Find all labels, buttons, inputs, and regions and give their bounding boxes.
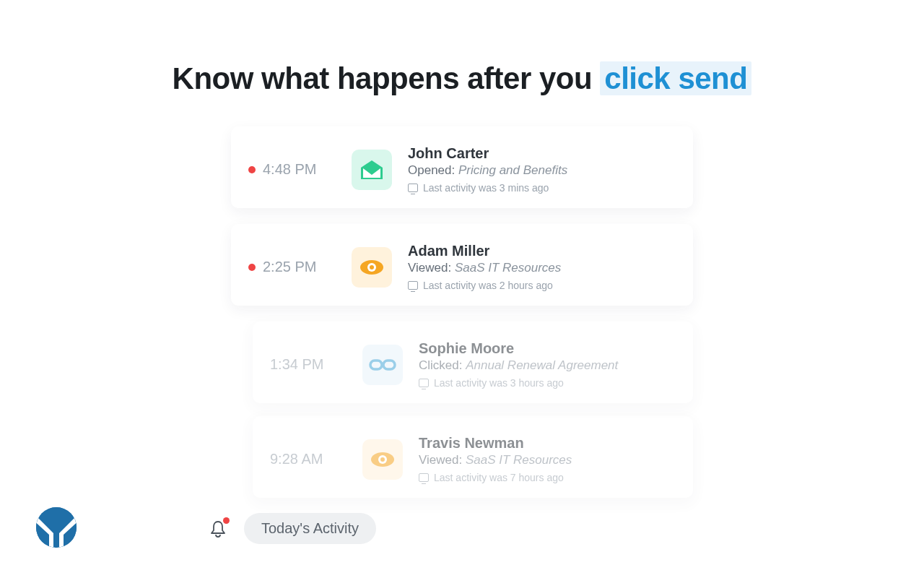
- today-activity-pill[interactable]: Today's Activity: [244, 513, 376, 544]
- monitor-icon: [408, 281, 418, 290]
- footer-row: Today's Activity: [208, 513, 376, 544]
- last-activity: Last activity was 7 hours ago: [419, 472, 676, 483]
- action-line: Opened: Pricing and Benefits: [408, 163, 676, 178]
- action-line: Viewed: SaaS IT Resources: [419, 453, 676, 467]
- activity-body: John Carter Opened: Pricing and Benefits…: [408, 145, 676, 194]
- last-activity-text: Last activity was 2 hours ago: [423, 280, 553, 291]
- notification-bell-icon[interactable]: [208, 519, 228, 539]
- action-line: Viewed: SaaS IT Resources: [408, 261, 676, 275]
- activity-body: Travis Newman Viewed: SaaS IT Resources …: [419, 435, 676, 483]
- page-title: Know what happens after you click send: [0, 61, 924, 96]
- last-activity: Last activity was 3 hours ago: [419, 377, 676, 389]
- action-subject: Pricing and Benefits: [458, 163, 567, 177]
- activity-card[interactable]: 9:28 AM Travis Newman Viewed: SaaS IT Re…: [253, 416, 693, 498]
- monitor-icon: [419, 379, 429, 387]
- last-activity: Last activity was 3 mins ago: [408, 182, 676, 194]
- time-column: 4:48 PM: [248, 161, 346, 178]
- activity-card[interactable]: 2:25 PM Adam Miller Viewed: SaaS IT Reso…: [231, 224, 693, 306]
- svg-rect-3: [370, 361, 382, 369]
- time-column: 2:25 PM: [248, 259, 346, 275]
- action-verb: Opened:: [408, 163, 455, 177]
- svg-point-7: [380, 457, 385, 462]
- action-line: Clicked: Annual Renewal Agreement: [419, 358, 676, 373]
- contact-name: John Carter: [408, 145, 676, 162]
- monitor-icon: [419, 473, 429, 482]
- action-verb: Clicked:: [419, 358, 462, 372]
- activity-card[interactable]: 4:48 PM John Carter Opened: Pricing and …: [231, 126, 693, 208]
- action-subject: Annual Renewal Agreement: [466, 358, 618, 372]
- action-subject: SaaS IT Resources: [455, 261, 561, 275]
- activity-body: Adam Miller Viewed: SaaS IT Resources La…: [408, 243, 676, 291]
- title-highlight: click send: [600, 61, 751, 95]
- notification-dot: [223, 517, 230, 524]
- time-column: 9:28 AM: [270, 451, 357, 467]
- eye-icon: [352, 247, 392, 288]
- contact-name: Adam Miller: [408, 243, 676, 259]
- contact-name: Sophie Moore: [419, 340, 676, 357]
- activity-body: Sophie Moore Clicked: Annual Renewal Agr…: [419, 340, 676, 389]
- unread-dot: [248, 264, 256, 271]
- last-activity-text: Last activity was 7 hours ago: [434, 472, 564, 483]
- envelope-open-icon: [352, 150, 392, 190]
- eye-icon: [362, 439, 403, 480]
- activity-time: 1:34 PM: [270, 356, 323, 373]
- activity-time: 4:48 PM: [263, 161, 316, 178]
- brand-logo-icon: [35, 506, 78, 549]
- activity-card[interactable]: 1:34 PM Sophie Moore Clicked: Annual Ren…: [253, 322, 693, 403]
- svg-point-2: [370, 265, 374, 269]
- link-icon: [362, 345, 403, 385]
- title-prefix: Know what happens after you: [173, 61, 601, 95]
- action-verb: Viewed:: [419, 453, 462, 467]
- action-verb: Viewed:: [408, 261, 451, 275]
- svg-rect-11: [35, 506, 78, 549]
- time-column: 1:34 PM: [270, 356, 357, 373]
- last-activity-text: Last activity was 3 mins ago: [423, 182, 549, 194]
- last-activity: Last activity was 2 hours ago: [408, 280, 676, 291]
- monitor-icon: [408, 184, 418, 192]
- action-subject: SaaS IT Resources: [466, 453, 572, 467]
- contact-name: Travis Newman: [419, 435, 676, 452]
- unread-dot: [248, 166, 256, 173]
- activity-time: 2:25 PM: [263, 259, 316, 275]
- svg-rect-4: [383, 361, 395, 369]
- activity-feed: 4:48 PM John Carter Opened: Pricing and …: [231, 126, 693, 511]
- activity-time: 9:28 AM: [270, 451, 323, 467]
- last-activity-text: Last activity was 3 hours ago: [434, 377, 564, 389]
